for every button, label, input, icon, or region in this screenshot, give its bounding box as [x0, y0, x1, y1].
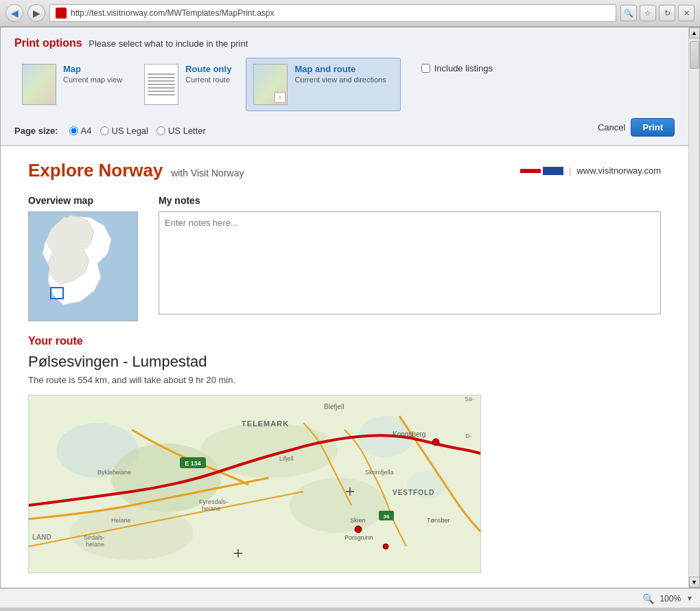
refresh-button[interactable]: ↻	[659, 5, 675, 21]
url-text: http://test.visitnorway.com/MWTemplates/…	[71, 8, 275, 18]
svg-text:Skien: Skien	[350, 517, 366, 524]
print-button[interactable]: Print	[631, 118, 675, 137]
svg-text:D-: D-	[465, 433, 472, 439]
address-bar[interactable]: http://test.visitnorway.com/MWTemplates/…	[49, 4, 616, 22]
svg-point-15	[355, 526, 362, 533]
route-line-2	[148, 77, 175, 78]
explore-title-area: Explore Norway with Visit Norway	[28, 160, 244, 181]
route-line-1	[148, 73, 175, 75]
scrollbar-down-button[interactable]: ▼	[689, 577, 700, 588]
svg-text:heiane: heiane	[202, 505, 220, 512]
svg-point-16	[383, 544, 388, 549]
scrollbar-track[interactable]	[689, 38, 700, 577]
page-size-uslegal[interactable]: US Legal	[100, 126, 148, 136]
map-route-option-title: Map and route	[294, 64, 386, 74]
page-size-usletter[interactable]: US Letter	[156, 126, 206, 136]
radio-usletter[interactable]	[156, 126, 165, 135]
content-section: Explore Norway with Visit Norway | www.v…	[1, 146, 688, 587]
page-size-a4[interactable]: A4	[69, 126, 92, 136]
svg-point-9	[70, 505, 194, 560]
main-window: Print options Please select what to incl…	[0, 27, 700, 588]
back-button[interactable]: ◀	[5, 4, 23, 22]
print-panel: Print options Please select what to incl…	[1, 27, 688, 146]
overview-map-label: Overview map	[28, 195, 145, 206]
radio-a4[interactable]	[69, 126, 78, 135]
browser-chrome: ◀ ▶ http://test.visitnorway.com/MWTempla…	[0, 0, 700, 27]
page-size-label: Page size:	[14, 126, 58, 136]
your-route-title: Your route	[28, 335, 661, 347]
page-size-row: Page size: A4 US Legal US Letter	[14, 126, 206, 136]
route-option-info: Route only Current route	[185, 64, 231, 84]
map-option-title: Map	[63, 64, 122, 74]
site-icon	[56, 8, 67, 19]
include-listings-checkbox[interactable]	[421, 64, 430, 73]
svg-text:Fyresdals-: Fyresdals-	[199, 498, 228, 505]
map-route-option-info: Map and route Current view and direction…	[294, 64, 386, 84]
svg-text:Heiane: Heiane	[111, 517, 131, 524]
route-option-desc: Current route	[185, 76, 231, 84]
pipe-separator: |	[569, 165, 571, 176]
svg-text:Tønsber: Tønsber	[427, 517, 450, 524]
route-map-svg: E 134 36 TELEMARK VESTFOLD Kongsberg Ble…	[29, 395, 481, 573]
svg-point-14	[432, 439, 439, 446]
cancel-button[interactable]: Cancel	[598, 122, 625, 132]
logo-area: | www.visitnorway.com	[520, 165, 661, 176]
svg-text:Kongsberg: Kongsberg	[393, 430, 425, 438]
print-option-map-route[interactable]: ≡ Map and route Current view and directi…	[246, 58, 400, 111]
route-line-3	[148, 80, 175, 82]
stripe-blue	[543, 167, 563, 175]
route-thumb-image	[145, 65, 178, 104]
route-name: Pølsesvingen - Lumpestad	[28, 353, 661, 371]
label-usletter: US Letter	[168, 126, 206, 136]
zoom-label: 100%	[660, 594, 681, 603]
map-route-thumb-image: ≡	[254, 65, 287, 104]
radio-uslegal[interactable]	[100, 126, 109, 135]
content-area: Print options Please select what to incl…	[1, 27, 688, 588]
explore-header: Explore Norway with Visit Norway | www.v…	[28, 160, 661, 181]
explore-with: with Visit Norway	[171, 168, 244, 178]
map-route-thumbnail: ≡	[253, 64, 288, 105]
print-option-route[interactable]: Route only Current route	[137, 58, 246, 111]
norway-svg	[29, 212, 138, 321]
notes-textarea[interactable]	[159, 211, 661, 314]
stripe-red	[520, 169, 541, 173]
action-buttons: Cancel Print	[598, 118, 675, 137]
notes-column: My notes	[159, 195, 661, 321]
svg-text:Porsgrunn: Porsgrunn	[345, 534, 373, 541]
label-uslegal: US Legal	[112, 126, 148, 136]
logo-stripes	[520, 167, 563, 175]
map-thumbnail	[22, 64, 56, 105]
search-button[interactable]: 🔍	[620, 5, 637, 21]
route-desc: The route is 554 km, and will take about…	[28, 375, 661, 385]
include-listings-label: Include listings	[434, 63, 493, 73]
scrollbar[interactable]: ▲ ▼	[688, 27, 699, 588]
scrollbar-up-button[interactable]: ▲	[689, 27, 700, 38]
your-route-section: Your route Pølsesvingen - Lumpestad The …	[28, 335, 661, 573]
route-map: E 134 36 TELEMARK VESTFOLD Kongsberg Ble…	[28, 395, 481, 573]
svg-text:LAND: LAND	[32, 533, 51, 541]
print-options-title: Print options	[14, 37, 82, 49]
page-size-options: A4 US Legal US Letter	[69, 126, 206, 136]
zoom-dropdown-icon[interactable]: ▼	[686, 595, 693, 602]
stop-button[interactable]: ✕	[678, 5, 695, 21]
svg-text:VESTFOLD: VESTFOLD	[393, 489, 434, 496]
svg-text:TELEMARK: TELEMARK	[242, 419, 289, 428]
forward-button[interactable]: ▶	[27, 4, 45, 22]
overview-map-inner	[29, 212, 137, 321]
website-url: www.visitnorway.com	[576, 165, 661, 176]
svg-text:Sirdals-: Sirdals-	[84, 534, 105, 541]
svg-text:Skrimfjella: Skrimfjella	[365, 469, 394, 476]
toolbar-right: 🔍 ☆ ↻ ✕	[620, 5, 695, 21]
svg-text:E 134: E 134	[185, 460, 201, 467]
svg-text:heiane: heiane	[86, 541, 104, 548]
route-line-4	[148, 84, 175, 85]
scrollbar-thumb[interactable]	[690, 41, 699, 69]
status-bar: 🔍 100% ▼	[0, 588, 700, 608]
route-thumbnail	[144, 64, 178, 105]
favorites-button[interactable]: ☆	[640, 5, 656, 21]
print-option-map[interactable]: Map Current map view	[14, 58, 137, 111]
label-a4: A4	[81, 126, 92, 136]
two-col-layout: Overview map	[28, 195, 661, 321]
print-options-subtitle: Please select what to include in the pri…	[89, 38, 248, 49]
route-option-title: Route only	[185, 64, 231, 74]
